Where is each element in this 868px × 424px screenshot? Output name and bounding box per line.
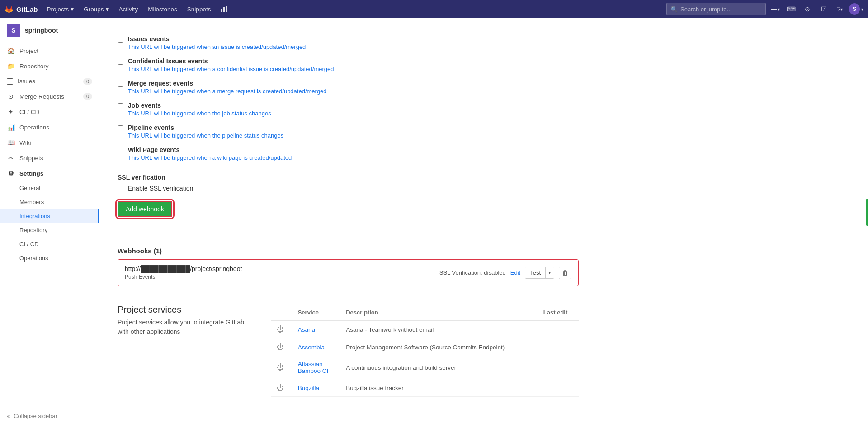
service-name-bugzilla[interactable]: Bugzilla	[298, 385, 319, 391]
col-status	[271, 305, 292, 321]
table-row: ⏻ AtlassianBamboo CI A continuous integr…	[271, 356, 579, 379]
service-name-assembla[interactable]: Assembla	[298, 344, 325, 351]
divider-1	[118, 238, 579, 238]
confidential-events-checkbox[interactable]	[118, 59, 123, 65]
service-desc-bugzilla: Bugzilla issue tracker	[340, 379, 538, 397]
service-name-bamboo[interactable]: AtlassianBamboo CI	[298, 361, 329, 374]
test-dropdown-btn[interactable]: ▾	[545, 267, 554, 278]
main-layout: S springboot 🏠 Project 📁 Repository Issu…	[0, 18, 868, 424]
issues-icon	[7, 78, 13, 85]
nav-snippets[interactable]: Snippets	[183, 0, 216, 18]
sidebar-nav: 🏠 Project 📁 Repository Issues 0 ⊙ Merge …	[0, 43, 99, 408]
sidebar-item-merge-requests[interactable]: ⊙ Merge Requests 0	[0, 89, 99, 104]
edit-webhook-link[interactable]: Edit	[510, 269, 520, 276]
search-icon: 🔍	[670, 6, 678, 13]
event-item-merge: Merge request events This URL will be tr…	[118, 76, 579, 98]
nav-items: Projects ▾ Groups ▾ Activity Milestones …	[42, 0, 667, 18]
services-layout: Project services Project services allow …	[118, 305, 579, 397]
sidebar-sub-integrations[interactable]: Integrations	[0, 209, 99, 223]
service-last-edit-assembla	[538, 338, 579, 356]
wiki-events-checkbox[interactable]	[118, 148, 123, 153]
help-icon-btn[interactable]: ?▾	[833, 2, 847, 16]
issues-events-desc: This URL will be triggered when an issue…	[128, 43, 306, 50]
nav-projects[interactable]: Projects ▾	[42, 0, 79, 18]
event-item-job: Job events This URL will be triggered wh…	[118, 98, 579, 120]
svg-rect-0	[221, 9, 222, 12]
sidebar-collapse-btn[interactable]: « Collapse sidebar	[0, 408, 99, 424]
nav-activity[interactable]: Activity	[114, 0, 143, 18]
service-status-icon: ⏻	[277, 363, 284, 371]
project-avatar: S	[7, 24, 20, 37]
ssl-label[interactable]: Enable SSL verification	[128, 185, 193, 192]
service-status-icon: ⏻	[277, 384, 284, 391]
services-table-header-row: Service Description Last edit	[271, 305, 579, 321]
service-name-asana[interactable]: Asana	[298, 326, 315, 333]
service-desc-bamboo: A continuous integration and build serve…	[340, 356, 538, 379]
issues-events-checkbox[interactable]	[118, 37, 123, 43]
services-table-container: Service Description Last edit ⏻ Asana As…	[271, 305, 579, 397]
confidential-events-desc: This URL will be triggered when a confid…	[128, 66, 334, 72]
issues-badge: 0	[83, 78, 92, 85]
sidebar-item-cicd[interactable]: ✦ CI / CD	[0, 104, 99, 119]
table-row: ⏻ Asana Asana - Teamwork without email	[271, 321, 579, 338]
sidebar-sub-general[interactable]: General	[0, 181, 99, 195]
sidebar-item-repository[interactable]: 📁 Repository	[0, 58, 99, 74]
user-avatar: S	[849, 3, 860, 15]
trash-icon: 🗑	[562, 269, 568, 276]
collapse-icon: «	[7, 413, 10, 419]
sidebar-item-operations[interactable]: 📊 Operations	[0, 119, 99, 135]
divider-2	[118, 295, 579, 295]
chevron-down-icon: ▾	[71, 5, 74, 13]
operations-icon: 📊	[7, 124, 15, 131]
project-services-section: Project services Project services allow …	[118, 305, 579, 397]
ssl-checkbox[interactable]	[118, 186, 123, 191]
plus-icon-btn[interactable]: ▾	[768, 2, 782, 16]
sidebar-item-issues[interactable]: Issues 0	[0, 74, 99, 89]
wiki-icon: 📖	[7, 139, 15, 146]
merge-events-checkbox[interactable]	[118, 81, 123, 87]
issues-icon-btn[interactable]: ☑	[816, 2, 831, 16]
services-table-head: Service Description Last edit	[271, 305, 579, 321]
keyboard-icon-btn[interactable]: ⌨	[784, 2, 798, 16]
webhook-info: http://███████████/project/springboot Pu…	[125, 265, 433, 280]
sidebar: S springboot 🏠 Project 📁 Repository Issu…	[0, 18, 99, 424]
service-last-edit-asana	[538, 321, 579, 338]
sidebar-item-project[interactable]: 🏠 Project	[0, 43, 99, 58]
merge-requests-icon-btn[interactable]: ⊙	[800, 2, 815, 16]
search-input[interactable]	[680, 6, 762, 13]
project-header: S springboot	[0, 18, 99, 43]
nav-groups[interactable]: Groups ▾	[79, 0, 113, 18]
brand-name: GitLab	[16, 5, 38, 13]
nav-chart[interactable]	[216, 0, 232, 18]
sidebar-item-snippets[interactable]: ✂ Snippets	[0, 150, 99, 166]
user-menu-btn[interactable]: S ▾	[849, 2, 863, 16]
pipeline-events-checkbox[interactable]	[118, 125, 123, 131]
ssl-status: SSL Verification: disabled	[439, 269, 506, 276]
sidebar-item-wiki[interactable]: 📖 Wiki	[0, 135, 99, 150]
nav-milestones[interactable]: Milestones	[143, 0, 182, 18]
services-desc: Project services allow you to integrate …	[118, 318, 244, 337]
webhook-actions: SSL Verification: disabled Edit Test ▾ 🗑	[439, 267, 571, 279]
issues-events-title: Issues events	[128, 35, 306, 43]
merge-badge: 0	[83, 93, 92, 100]
webhooks-header: Webhooks (1)	[118, 247, 579, 255]
job-events-checkbox[interactable]	[118, 103, 123, 109]
sidebar-sub-cicd[interactable]: CI / CD	[0, 237, 99, 251]
main-content: Issues events This URL will be triggered…	[99, 18, 868, 424]
ssl-item: Enable SSL verification	[118, 185, 579, 192]
services-table: Service Description Last edit ⏻ Asana As…	[271, 305, 579, 397]
delete-webhook-btn[interactable]: 🗑	[559, 267, 571, 279]
sidebar-sub-repository[interactable]: Repository	[0, 223, 99, 237]
service-status-icon: ⏻	[277, 343, 284, 351]
test-button[interactable]: Test	[525, 267, 545, 278]
gitlab-logo[interactable]: GitLab	[5, 5, 38, 14]
services-table-body: ⏻ Asana Asana - Teamwork without email ⏻…	[271, 321, 579, 397]
add-webhook-button[interactable]: Add webhook	[118, 201, 172, 217]
webhooks-section: Webhooks (1) http://███████████/project/…	[118, 247, 579, 286]
sidebar-sub-members[interactable]: Members	[0, 195, 99, 209]
sidebar-item-settings[interactable]: ⚙ Settings	[0, 166, 99, 181]
search-box[interactable]: 🔍	[666, 3, 766, 15]
sidebar-sub-operations[interactable]: Operations	[0, 251, 99, 265]
ssl-title: SSL verification	[118, 174, 579, 181]
settings-icon: ⚙	[7, 170, 15, 177]
